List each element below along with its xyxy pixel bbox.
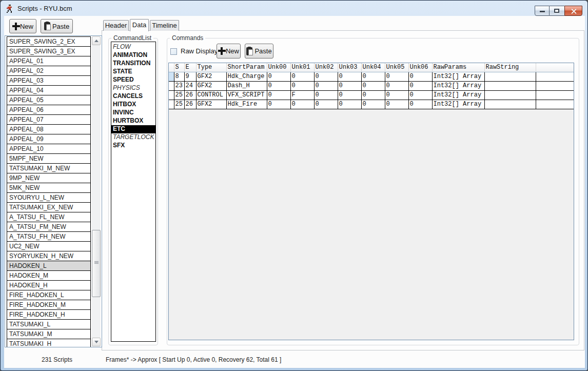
grid-cell[interactable] (484, 72, 536, 81)
grid-row-selector[interactable] (169, 72, 174, 81)
script-list-item[interactable]: APPEAL_02 (7, 66, 90, 76)
paste-script-button[interactable]: Paste (41, 19, 73, 33)
grid-cell[interactable]: 0 (361, 90, 385, 100)
grid-cell[interactable]: 0 (408, 100, 432, 109)
script-list-item[interactable]: SYORYUKEN_H_NEW (7, 251, 90, 261)
grid-cell[interactable]: Dash_H (226, 81, 267, 90)
grid-corner-cell[interactable] (169, 63, 174, 72)
grid-cell[interactable]: 0 (290, 72, 314, 81)
script-list-item[interactable]: TATSUMAKI_L (7, 320, 90, 329)
grid-column-header[interactable]: Unk06 (408, 63, 432, 72)
new-command-button[interactable]: New (217, 44, 241, 58)
grid-cell[interactable]: 0 (267, 100, 290, 109)
grid-cell[interactable] (484, 100, 536, 109)
script-list-item[interactable]: TATSUMAKI_H (7, 339, 90, 347)
script-list-item[interactable]: FIRE_HADOKEN_H (7, 310, 90, 320)
script-list-item[interactable]: UC2_NEW (7, 242, 90, 251)
grid-cell[interactable]: 26 (184, 100, 196, 109)
grid-cell[interactable]: 0 (385, 81, 408, 90)
script-list-item[interactable]: SUPER_SAVING_2_EX (7, 37, 90, 47)
grid-column-header[interactable]: E (184, 63, 196, 72)
scroll-up-button[interactable] (92, 36, 101, 45)
grid-cell[interactable]: GFX2 (196, 81, 226, 90)
grid-column-header[interactable]: ShortParam (226, 63, 267, 72)
grid-cell[interactable]: 0 (338, 72, 361, 81)
grid-column-header[interactable]: Type (196, 63, 226, 72)
grid-cell[interactable]: 23 (174, 81, 184, 90)
commands-grid[interactable]: SETypeShortParamUnk00Unk01Unk02Unk03Unk0… (168, 63, 574, 340)
grid-cell[interactable]: VFX_SCRIPT (226, 90, 267, 100)
grid-cell[interactable]: 0 (408, 72, 432, 81)
new-script-button[interactable]: New (9, 19, 36, 33)
grid-column-header[interactable]: Unk01 (290, 63, 314, 72)
script-list-item[interactable]: HADOKEN_M (7, 271, 90, 281)
tab-data[interactable]: Data (130, 19, 149, 31)
scrollbar-thumb[interactable] (92, 230, 101, 297)
raw-display-checkbox[interactable] (170, 48, 177, 55)
paste-command-button[interactable]: Paste (245, 44, 273, 58)
tab-header[interactable]: Header (103, 20, 129, 31)
grid-cell[interactable]: Int32[] Array (432, 100, 484, 109)
scroll-down-button[interactable] (92, 338, 101, 346)
script-list-scrollbar[interactable] (92, 36, 101, 346)
grid-cell[interactable]: 0 (361, 72, 385, 81)
script-list-item[interactable]: A_TATSU_FM_NEW (7, 222, 90, 232)
grid-column-header[interactable]: Unk05 (385, 63, 408, 72)
script-list-item[interactable]: 5MK_NEW (7, 183, 90, 193)
script-list-item[interactable]: A_TATSU_FH_NEW (7, 232, 90, 242)
grid-cell[interactable]: 0 (314, 90, 338, 100)
command-list-item[interactable]: ETC (111, 125, 155, 133)
grid-row-selector[interactable] (169, 90, 174, 100)
grid-cell[interactable]: 0 (267, 90, 290, 100)
minimize-button[interactable] (535, 6, 550, 16)
command-list-item[interactable]: CANCELS (111, 92, 155, 101)
grid-cell[interactable]: 0 (338, 100, 361, 109)
script-list-item[interactable]: APPEAL_07 (7, 115, 90, 125)
script-list-item[interactable]: APPEAL_03 (7, 76, 90, 86)
grid-cell[interactable]: 8 (174, 72, 184, 81)
grid-cell[interactable] (484, 81, 536, 90)
grid-cell[interactable]: Int32[] Array (432, 72, 484, 81)
command-list-item[interactable]: INVINC (111, 109, 155, 117)
grid-cell[interactable] (484, 90, 536, 100)
tab-timeline[interactable]: Timeline (150, 20, 179, 31)
grid-cell[interactable]: 0 (290, 81, 314, 90)
grid-column-header[interactable]: S (174, 63, 184, 72)
grid-cell[interactable]: F (290, 90, 314, 100)
script-list-item[interactable]: APPEAL_08 (7, 125, 90, 134)
grid-cell[interactable]: 0 (267, 72, 290, 81)
grid-column-header[interactable]: Unk04 (361, 63, 385, 72)
grid-cell[interactable]: 0 (385, 100, 408, 109)
script-list-item[interactable]: TATSUMAKI_EX_NEW (7, 203, 90, 212)
grid-cell[interactable]: 0 (361, 100, 385, 109)
script-list-item[interactable]: TATSUMAKI_M_NEW (7, 164, 90, 173)
script-list-item[interactable]: FIRE_HADOKEN_M (7, 300, 90, 310)
grid-row-selector[interactable] (169, 81, 174, 90)
grid-cell[interactable]: GFX2 (196, 72, 226, 81)
command-list-item[interactable]: HITBOX (111, 101, 155, 109)
grid-cell[interactable]: 0 (408, 81, 432, 90)
script-list-item[interactable]: SUPER_SAVING_3_EX (7, 47, 90, 56)
grid-cell[interactable]: Hdk_Fire (226, 100, 267, 109)
maximize-button[interactable] (550, 6, 564, 16)
script-list-item[interactable]: TATSUMAKI_M (7, 329, 90, 339)
grid-cell[interactable]: 25 (174, 100, 184, 109)
grid-column-header[interactable]: RawParams (432, 63, 484, 72)
script-list-item[interactable]: APPEAL_06 (7, 105, 90, 115)
script-list-item[interactable]: HADOKEN_L (7, 261, 90, 271)
grid-cell[interactable]: Int32[] Array (432, 90, 484, 100)
grid-column-header[interactable]: Unk02 (314, 63, 338, 72)
script-list-item[interactable]: APPEAL_05 (7, 95, 90, 105)
command-list-item[interactable]: STATE (111, 68, 155, 76)
close-button[interactable] (564, 6, 582, 16)
grid-cell[interactable]: 0 (314, 81, 338, 90)
script-list-item[interactable]: APPEAL_01 (7, 56, 90, 66)
command-list-item[interactable]: TARGETLOCK (111, 133, 155, 142)
grid-cell[interactable]: 0 (314, 100, 338, 109)
grid-cell[interactable]: 9 (184, 72, 196, 81)
grid-cell[interactable]: Int32[] Array (432, 81, 484, 90)
script-list-item[interactable]: APPEAL_10 (7, 144, 90, 154)
grid-cell[interactable]: 25 (174, 90, 184, 100)
script-list-item[interactable]: HADOKEN_H (7, 281, 90, 290)
command-list-item[interactable]: SFX (111, 142, 155, 150)
